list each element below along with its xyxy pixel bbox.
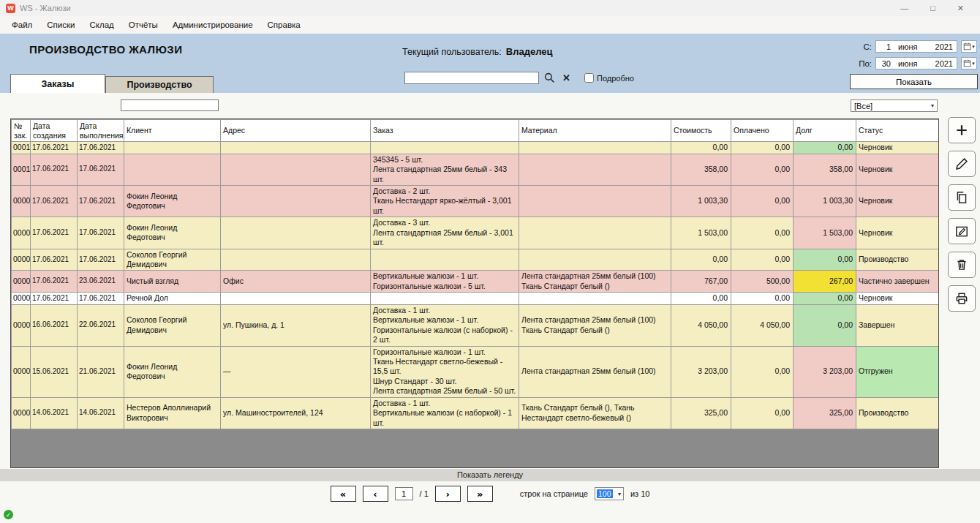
- cell-status[interactable]: Черновик: [856, 154, 939, 185]
- date-to-picker-button[interactable]: ▾: [961, 57, 977, 69]
- cell-material[interactable]: Лента стандартная 25мм белый (100): [519, 346, 671, 397]
- menu-warehouse[interactable]: Склад: [82, 18, 121, 32]
- cell-client[interactable]: Речной Дол: [124, 293, 221, 304]
- cell-cost[interactable]: 1 503,00: [671, 217, 731, 249]
- cell-cost[interactable]: 0,00: [671, 142, 731, 154]
- cell-status[interactable]: Производство: [856, 397, 939, 429]
- cell-client[interactable]: [124, 142, 221, 154]
- cell-created[interactable]: 17.06.2021: [31, 271, 78, 293]
- cell-debt[interactable]: 267,00: [794, 271, 856, 293]
- cell-order[interactable]: [371, 142, 519, 154]
- cell-status[interactable]: Частично завершен: [856, 271, 939, 293]
- cell-cost[interactable]: 0,00: [671, 293, 731, 304]
- cell-done[interactable]: 17.06.2021: [78, 154, 124, 185]
- cell-address[interactable]: [221, 217, 371, 249]
- cell-paid[interactable]: 0,00: [731, 293, 794, 304]
- cell-order[interactable]: Доставка - 1 шт. Вертикальные жалюзи - 1…: [371, 304, 519, 346]
- cell-client[interactable]: Чистый взгляд: [124, 271, 221, 293]
- cell-paid[interactable]: 4 050,00: [731, 304, 794, 346]
- cell-done[interactable]: 17.06.2021: [78, 185, 124, 217]
- cell-order[interactable]: Вертикальные жалюзи - 1 шт. Горизонтальн…: [371, 271, 519, 293]
- cell-created[interactable]: 17.06.2021: [31, 154, 78, 185]
- cell-cost[interactable]: 0,00: [671, 249, 731, 271]
- cell-order[interactable]: Доставка - 1 шт. Вертикальные жалюзи (с …: [371, 397, 519, 429]
- table-row[interactable]: 000017.06.202117.06.2021Соколов Георгий …: [12, 249, 939, 271]
- cell-client[interactable]: Фокин Леонид Федотович: [124, 346, 221, 397]
- cell-done[interactable]: 14.06.2021: [78, 397, 124, 429]
- print-button[interactable]: [948, 285, 976, 312]
- detailed-checkbox[interactable]: [584, 73, 594, 83]
- cell-address[interactable]: —: [221, 346, 371, 397]
- date-to-field[interactable]: 30 июня 2021: [875, 57, 957, 69]
- cell-cost[interactable]: 4 050,00: [671, 304, 731, 346]
- cell-num[interactable]: 0000: [12, 293, 31, 304]
- date-to-month[interactable]: июня: [898, 59, 917, 68]
- column-header-created[interactable]: Дата создания: [31, 120, 78, 142]
- table-row[interactable]: 000014.06.202114.06.2021Нестеров Аполлин…: [12, 397, 939, 429]
- date-to-year[interactable]: 2021: [935, 59, 953, 68]
- cell-paid[interactable]: 0,00: [731, 346, 794, 397]
- status-filter-dropdown[interactable]: [Все] ▾: [851, 99, 938, 112]
- cell-num[interactable]: 0000: [12, 217, 31, 249]
- search-button[interactable]: [543, 72, 556, 84]
- cell-material[interactable]: [519, 217, 671, 249]
- cell-paid[interactable]: 0,00: [731, 249, 794, 271]
- cell-created[interactable]: 17.06.2021: [31, 185, 78, 217]
- cell-paid[interactable]: 0,00: [731, 217, 794, 249]
- last-page-button[interactable]: »: [467, 486, 493, 502]
- column-header-client[interactable]: Клиент: [124, 120, 221, 142]
- table-row[interactable]: 000017.06.202117.06.2021Фокин Леонид Фед…: [12, 217, 939, 249]
- cell-debt[interactable]: 3 203,00: [794, 346, 856, 397]
- cell-cost[interactable]: 358,00: [671, 154, 731, 185]
- table-row[interactable]: 000017.06.202117.06.2021Речной Дол0,000,…: [12, 293, 939, 304]
- column-header-address[interactable]: Адрес: [221, 120, 371, 142]
- column-header-num[interactable]: № зак.: [12, 120, 31, 142]
- cell-done[interactable]: 22.06.2021: [78, 304, 124, 346]
- date-to-day[interactable]: 30: [880, 59, 891, 68]
- cell-created[interactable]: 17.06.2021: [31, 249, 78, 271]
- search-input[interactable]: [404, 72, 539, 84]
- cell-debt[interactable]: 1 503,00: [794, 217, 856, 249]
- date-from-picker-button[interactable]: ▾: [961, 40, 977, 53]
- cell-order[interactable]: [371, 293, 519, 304]
- cell-created[interactable]: 17.06.2021: [31, 142, 78, 154]
- cell-order[interactable]: Доставка - 2 шт. Ткань Нестандарт ярко-ж…: [371, 185, 519, 217]
- column-header-paid[interactable]: Оплачено: [731, 120, 794, 142]
- cell-cost[interactable]: 767,00: [671, 271, 731, 293]
- cell-done[interactable]: 23.06.2021: [78, 271, 124, 293]
- cell-address[interactable]: [221, 185, 371, 217]
- cell-status[interactable]: Черновик: [856, 293, 939, 304]
- cell-num[interactable]: 0000: [12, 304, 31, 346]
- cell-num[interactable]: 0000: [12, 397, 31, 429]
- column-header-order[interactable]: Заказ: [371, 120, 519, 142]
- cell-client[interactable]: Фокин Леонид Федотович: [124, 217, 221, 249]
- cell-debt[interactable]: 358,00: [794, 154, 856, 185]
- show-button[interactable]: Показать: [850, 74, 978, 89]
- edit-button[interactable]: [948, 151, 976, 177]
- cell-done[interactable]: 17.06.2021: [78, 249, 124, 271]
- menu-administration[interactable]: Администрирование: [165, 18, 260, 32]
- cell-status[interactable]: Черновик: [856, 185, 939, 217]
- cell-debt[interactable]: 0,00: [794, 293, 856, 304]
- cell-paid[interactable]: 0,00: [731, 185, 794, 217]
- tab-production[interactable]: Производство: [105, 76, 214, 93]
- prev-page-button[interactable]: ‹: [363, 486, 388, 502]
- delete-button[interactable]: [948, 252, 976, 278]
- cell-status[interactable]: Завершен: [856, 304, 939, 346]
- cell-material[interactable]: [519, 249, 671, 271]
- date-from-year[interactable]: 2021: [935, 42, 953, 51]
- date-from-field[interactable]: 1 июня 2021: [875, 40, 957, 53]
- menu-reports[interactable]: Отчёты: [121, 18, 165, 32]
- show-legend-bar[interactable]: Показать легенду: [0, 469, 980, 481]
- page-number-input[interactable]: [395, 487, 413, 500]
- cell-status[interactable]: Производство: [856, 249, 939, 271]
- column-header-material[interactable]: Материал: [519, 120, 671, 142]
- column-header-debt[interactable]: Долг: [794, 120, 856, 142]
- column-header-status[interactable]: Статус: [856, 120, 939, 142]
- cell-done[interactable]: 21.06.2021: [78, 346, 124, 397]
- cell-status[interactable]: Отгружен: [856, 346, 939, 397]
- cell-material[interactable]: Лента стандартная 25мм белый (100) Ткань…: [519, 304, 671, 346]
- date-from-month[interactable]: июня: [898, 42, 917, 51]
- cell-debt[interactable]: 0,00: [794, 142, 856, 154]
- cell-created[interactable]: 17.06.2021: [31, 293, 78, 304]
